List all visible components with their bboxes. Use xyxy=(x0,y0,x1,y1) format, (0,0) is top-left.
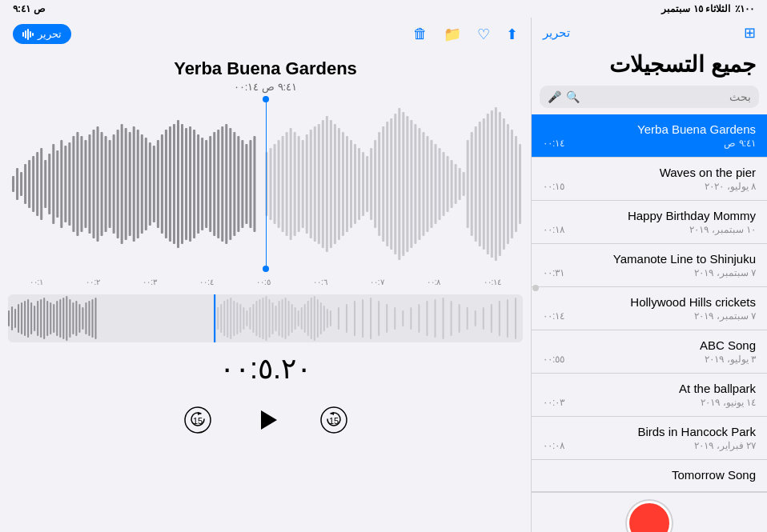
recording-item-5[interactable]: ABC Song٣ يوليو، ٢٠١٩٠٠:٥٥ xyxy=(532,330,767,374)
recording-date-4: ٧ سبتمبر، ٢٠١٩ xyxy=(694,310,756,322)
recording-date-2: ١٠ سبتمبر، ٢٠١٩ xyxy=(689,224,756,235)
status-left: ٩:٤١ ص xyxy=(13,3,46,14)
svg-rect-100 xyxy=(402,112,404,256)
svg-rect-200 xyxy=(378,301,379,336)
svg-rect-35 xyxy=(133,126,135,242)
svg-rect-108 xyxy=(434,144,436,224)
svg-rect-34 xyxy=(129,132,131,236)
svg-rect-95 xyxy=(382,126,384,242)
svg-rect-189 xyxy=(314,296,315,341)
recording-item-4[interactable]: Hollywood Hills crickets٧ سبتمبر، ٢٠١٩٠٠… xyxy=(532,287,767,330)
recording-item-7[interactable]: Birds in Hancock Park٢٧ فبراير، ٢٠١٩٠٠:٠… xyxy=(532,417,767,460)
recording-title-area: Yerba Buena Gardens ٩:٤١ ص ٠٠:١٤ xyxy=(0,50,531,96)
svg-rect-48 xyxy=(185,128,187,240)
svg-rect-64 xyxy=(249,140,251,228)
search-input[interactable] xyxy=(584,90,751,103)
rewind-button[interactable]: 15 xyxy=(182,404,214,436)
svg-rect-51 xyxy=(197,134,199,234)
svg-rect-63 xyxy=(245,144,247,224)
svg-rect-112 xyxy=(451,160,453,208)
svg-rect-209 xyxy=(451,301,452,336)
svg-rect-96 xyxy=(386,122,388,246)
record-button[interactable] xyxy=(627,501,672,532)
svg-rect-166 xyxy=(239,304,241,333)
recording-item-1[interactable]: Waves on the pier٨ يوليو، ٢٠٢٠٠٠:١٥ xyxy=(532,158,767,201)
recording-meta-3: ٧ سبتمبر، ٢٠١٩٠٠:٣١ xyxy=(543,267,756,278)
search-bar[interactable]: 🔍 🎤 xyxy=(540,86,759,108)
recording-item-0[interactable]: Yerba Buena Gardens٩:٤١ ص٠٠:١٤ xyxy=(532,114,767,158)
mini-playhead xyxy=(214,294,215,342)
recording-item-6[interactable]: At the ballpark١٤ يونيو، ٢٠١٩٠٠:٠٣ xyxy=(532,374,767,417)
svg-rect-181 xyxy=(288,301,290,336)
svg-rect-191 xyxy=(320,302,322,334)
recording-title-4: Hollywood Hills crickets xyxy=(543,295,756,309)
right-edit-button[interactable]: تحرير xyxy=(543,26,570,40)
folder-button[interactable]: 📁 xyxy=(444,26,461,43)
recording-duration-0: ٠٠:١٤ xyxy=(543,138,564,149)
delete-button[interactable]: 🗑 xyxy=(413,26,428,42)
svg-rect-26 xyxy=(97,126,99,242)
svg-rect-87 xyxy=(350,140,352,228)
svg-rect-85 xyxy=(342,132,344,236)
recording-item-3[interactable]: Yamanote Line to Shinjuku٧ سبتمبر، ٢٠١٩٠… xyxy=(532,244,767,287)
recording-list[interactable]: Yerba Buena Gardens٩:٤١ ص٠٠:١٤Waves on t… xyxy=(532,114,767,492)
svg-rect-157 xyxy=(95,298,97,339)
svg-rect-59 xyxy=(229,128,231,240)
svg-rect-72 xyxy=(290,128,292,240)
svg-rect-9 xyxy=(28,160,30,208)
svg-rect-194 xyxy=(330,310,331,326)
svg-rect-57 xyxy=(221,126,223,242)
svg-rect-74 xyxy=(298,136,300,232)
search-icon: 🔍 xyxy=(566,90,580,103)
recording-date-0: ٩:٤١ ص xyxy=(724,138,756,149)
svg-rect-205 xyxy=(418,304,420,333)
svg-rect-11 xyxy=(36,152,38,216)
play-button[interactable] xyxy=(246,400,286,440)
mini-waveform[interactable] xyxy=(8,294,523,342)
forward-button[interactable]: 15 xyxy=(318,404,350,436)
svg-rect-154 xyxy=(85,302,86,334)
waveform-container[interactable]: // This will be rendered below staticall… xyxy=(0,96,531,532)
svg-rect-149 xyxy=(69,299,70,338)
mini-waveform-svg xyxy=(8,294,523,342)
svg-rect-116 xyxy=(467,140,469,228)
svg-rect-184 xyxy=(298,310,299,326)
main-content: تحرير 🗑 📁 ♡ ⬆ Yerba Buena Gardens ٩:٤١ ص… xyxy=(0,18,767,532)
right-panel-bottom xyxy=(532,492,767,532)
edit-button[interactable]: تحرير xyxy=(13,24,71,44)
recording-meta-0: ٩:٤١ ص٠٠:١٤ xyxy=(543,138,756,149)
svg-rect-155 xyxy=(88,301,90,336)
svg-rect-75 xyxy=(302,140,304,228)
svg-rect-71 xyxy=(286,132,288,236)
svg-rect-55 xyxy=(213,132,215,236)
recording-item-8[interactable]: Tomorrow Song xyxy=(532,460,767,492)
svg-rect-84 xyxy=(338,128,340,240)
svg-rect-199 xyxy=(370,298,371,339)
svg-rect-98 xyxy=(394,114,396,254)
svg-rect-159 xyxy=(217,307,219,330)
svg-rect-182 xyxy=(291,304,293,333)
svg-rect-113 xyxy=(455,164,457,204)
svg-rect-32 xyxy=(121,124,123,244)
recording-meta-6: ١٤ يونيو، ٢٠١٩٠٠:٠٣ xyxy=(543,397,756,408)
heart-button[interactable]: ♡ xyxy=(477,26,490,43)
recording-duration-6: ٠٠:٠٣ xyxy=(543,397,564,408)
recording-duration-1: ٠٠:١٥ xyxy=(543,181,564,192)
svg-rect-106 xyxy=(426,136,428,232)
svg-rect-104 xyxy=(418,128,420,240)
time-ruler: ٠٠:١ ٠٠:٢ ٠٠:٣ ٠٠:٤ ٠٠:٥ ٠٠:٦ ٠٠:٧ ٠٠:٨ … xyxy=(8,272,523,291)
svg-rect-185 xyxy=(301,307,303,330)
sidebar-icon[interactable]: ⊞ xyxy=(744,24,756,42)
share-button[interactable]: ⬆ xyxy=(506,26,518,43)
svg-rect-70 xyxy=(282,136,284,232)
mic-icon[interactable]: 🎤 xyxy=(548,90,561,103)
recording-meta-5: ٣ يوليو، ٢٠١٩٠٠:٥٥ xyxy=(543,354,756,365)
svg-rect-163 xyxy=(230,298,231,339)
main-waveform[interactable]: // This will be rendered below staticall… xyxy=(8,96,523,272)
recording-title-2: Happy Birthday Mommy xyxy=(543,209,756,222)
recording-date-7: ٢٧ فبراير، ٢٠١٩ xyxy=(694,440,756,451)
svg-rect-123 xyxy=(495,107,497,261)
recording-item-2[interactable]: Happy Birthday Mommy١٠ سبتمبر، ٢٠١٩٠٠:١٨ xyxy=(532,201,767,244)
svg-rect-45 xyxy=(173,124,175,244)
svg-rect-212 xyxy=(475,310,476,326)
